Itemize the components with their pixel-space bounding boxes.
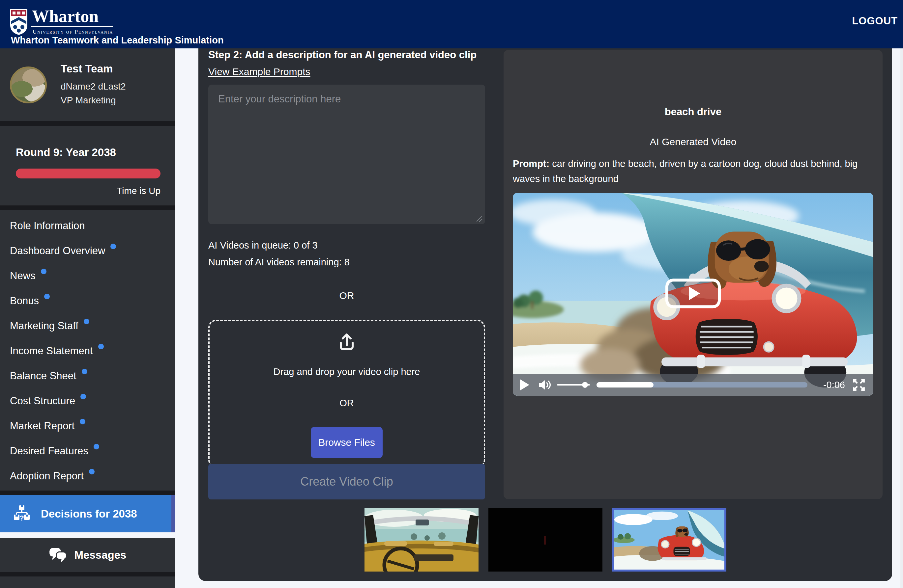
round-progress-bar <box>16 169 160 179</box>
car-interior-art <box>365 508 478 572</box>
or-divider: OR <box>208 290 485 301</box>
thumbnail-car-interior[interactable] <box>365 508 478 572</box>
top-navbar: Wharton University of Pennsylvania Whart… <box>0 0 903 49</box>
chat-bubbles-icon <box>49 547 67 563</box>
sidebar-item-news[interactable]: News <box>0 263 175 289</box>
unread-dot <box>80 394 86 399</box>
messages-button[interactable]: Messages <box>0 538 175 572</box>
clip-title: beach drive <box>513 50 873 118</box>
fullscreen-icon[interactable] <box>851 378 866 392</box>
sidebar-item-balance-sheet[interactable]: Balance Sheet <box>0 364 175 389</box>
resize-grip-icon[interactable] <box>476 216 483 222</box>
penn-shield-icon <box>9 9 28 36</box>
view-example-prompts-link[interactable]: View Example Prompts <box>208 66 310 77</box>
volume-slider[interactable] <box>557 384 590 386</box>
unread-dot <box>44 294 50 299</box>
remaining-status: Number of AI videos remaining: 8 <box>208 257 485 268</box>
sidebar-divider <box>0 205 175 210</box>
upload-icon <box>336 331 357 353</box>
play-button[interactable] <box>520 379 529 390</box>
play-overlay-button[interactable] <box>665 279 721 308</box>
prompt-label: Prompt: <box>513 158 549 169</box>
video-preview-panel: beach drive AI Generated Video Prompt: c… <box>503 50 883 499</box>
sidebar-item-bonus[interactable]: Bonus <box>0 289 175 314</box>
seek-bar[interactable] <box>596 382 807 387</box>
clip-prompt: Prompt: car driving on the beach, driven… <box>513 156 873 187</box>
video-controls-bar: -0:06 <box>513 374 873 396</box>
logo-university-line: University of Pennsylvania <box>31 27 113 35</box>
video-clip-form: Step 2: Add a description for an AI gene… <box>208 49 485 468</box>
sidebar: Test Team dName2 dLast2 VP Marketing Rou… <box>0 49 175 588</box>
unread-dot <box>82 369 87 374</box>
main-content-card: Step 2: Add a description for an AI gene… <box>198 49 892 581</box>
member-name: dName2 dLast2 <box>61 80 126 94</box>
unread-dot <box>41 269 46 274</box>
browse-files-button[interactable]: Browse Files <box>311 427 382 458</box>
logout-button[interactable]: LOGOUT <box>852 15 898 27</box>
clip-type-label: AI Generated Video <box>513 136 873 147</box>
unread-dot <box>110 244 116 249</box>
unread-dot <box>80 419 85 424</box>
app-title: Wharton Teamwork and Leadership Simulati… <box>11 35 224 46</box>
decisions-boxes-icon: ? <box>12 504 31 524</box>
sidebar-item-role-information[interactable]: Role Information <box>0 213 175 238</box>
video-player[interactable]: -0:06 <box>513 193 873 396</box>
unread-dot <box>89 469 94 474</box>
clip-thumbnails <box>198 508 892 572</box>
decisions-label: Decisions for 2038 <box>41 508 137 520</box>
play-icon <box>689 287 700 300</box>
team-name: Test Team <box>61 63 126 75</box>
thumbnail-beach-drive-selected[interactable] <box>612 508 726 572</box>
logo-wordmark: Wharton <box>31 7 113 27</box>
svg-text:?: ? <box>19 514 24 522</box>
volume-icon[interactable] <box>538 379 552 391</box>
volume-handle[interactable] <box>582 382 588 388</box>
dropzone-label: Drag and drop your video clip here <box>274 367 420 377</box>
video-dropzone[interactable]: Drag and drop your video clip here OR Br… <box>208 320 485 468</box>
timer-label: Time is Up <box>16 186 160 196</box>
unread-dot <box>98 344 104 349</box>
member-role: VP Marketing <box>61 94 126 107</box>
sidebar-item-market-report[interactable]: Market Report <box>0 414 175 439</box>
sidebar-filler <box>0 577 175 588</box>
dropzone-or: OR <box>340 398 354 409</box>
team-profile: Test Team dName2 dLast2 VP Marketing <box>0 49 175 121</box>
sidebar-item-adoption-report[interactable]: Adoption Report <box>0 464 175 489</box>
description-input[interactable] <box>208 85 485 224</box>
black-clip-detail <box>544 536 546 544</box>
sidebar-item-marketing-staff[interactable]: Marketing Staff <box>0 314 175 339</box>
round-label: Round 9: Year 2038 <box>16 146 160 159</box>
messages-label: Messages <box>74 549 127 561</box>
thumbnail-black-clip[interactable] <box>488 508 603 572</box>
prompt-text: car driving on the beach, driven by a ca… <box>513 158 857 184</box>
team-avatar <box>10 66 47 103</box>
sidebar-item-income-statement[interactable]: Income Statement <box>0 339 175 364</box>
create-video-clip-button[interactable]: Create Video Clip <box>208 464 485 499</box>
sidebar-nav: Role Information Dashboard Overview News… <box>0 210 175 491</box>
step-heading: Step 2: Add a description for an AI gene… <box>208 49 485 61</box>
sidebar-divider <box>0 572 175 577</box>
seek-bar-fill <box>596 382 653 387</box>
sidebar-item-desired-features[interactable]: Desired Features <box>0 439 175 464</box>
beach-drive-art <box>614 510 724 569</box>
unread-dot <box>94 444 99 449</box>
sidebar-item-dashboard-overview[interactable]: Dashboard Overview <box>0 238 175 263</box>
wharton-logo: Wharton University of Pennsylvania <box>9 7 113 36</box>
sidebar-divider <box>0 121 175 126</box>
time-remaining: -0:06 <box>813 379 845 390</box>
decisions-button[interactable]: ? Decisions for 2038 <box>0 495 175 532</box>
unread-dot <box>84 319 89 324</box>
round-timer-section: Round 9: Year 2038 Time is Up <box>0 126 175 205</box>
queue-status: AI Videos in queue: 0 of 3 <box>208 240 485 251</box>
sidebar-divider <box>0 491 175 495</box>
window-scrollbar-track[interactable] <box>900 49 903 588</box>
sidebar-item-cost-structure[interactable]: Cost Structure <box>0 389 175 414</box>
